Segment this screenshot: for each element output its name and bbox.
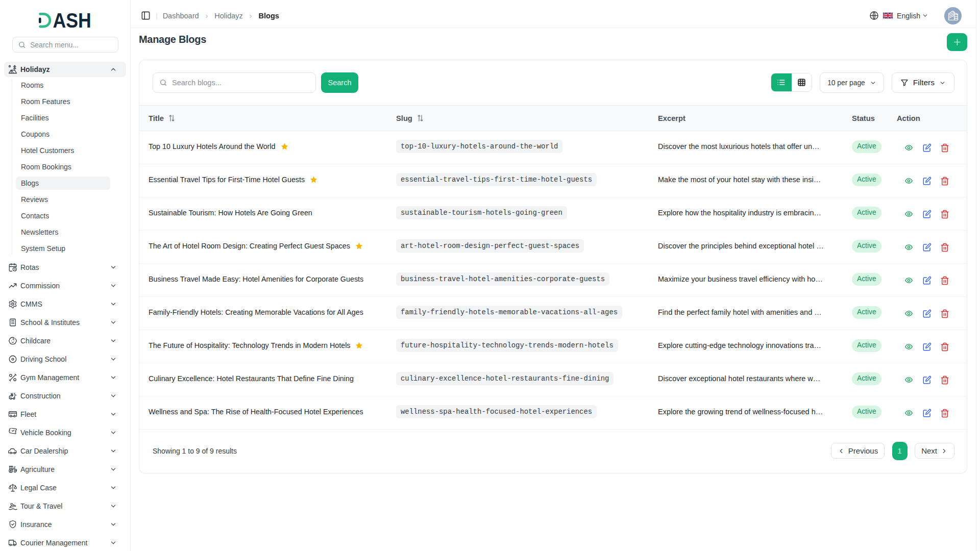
svg-text:ASH: ASH [53, 13, 91, 28]
